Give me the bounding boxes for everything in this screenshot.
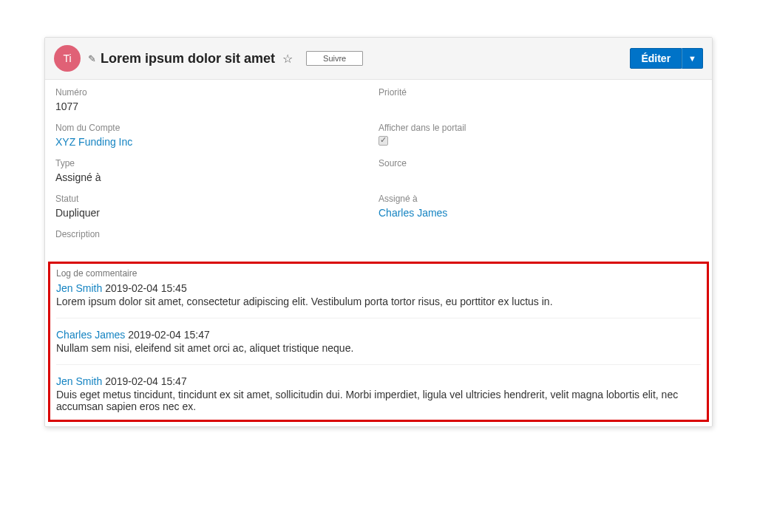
comment-timestamp: 2019-02-04 15:47 <box>105 375 187 387</box>
edit-title-icon[interactable]: ✎ <box>88 53 96 64</box>
comment-timestamp: 2019-02-04 15:45 <box>105 282 187 294</box>
account-link[interactable]: XYZ Funding Inc <box>55 136 378 148</box>
assigned-user-link[interactable]: Charles James <box>378 207 702 219</box>
field-value-type: Assigné à <box>55 171 378 183</box>
field-label-portal: Afficher dans le portail <box>378 123 702 133</box>
field-label-priorite: Priorité <box>378 87 702 98</box>
field-label-description: Description <box>55 229 378 239</box>
comment-author-link[interactable]: Jen Smith <box>56 375 102 387</box>
field-label-type: Type <box>55 158 378 168</box>
field-label-assigne: Assigné à <box>378 194 702 204</box>
comment-item: Jen Smith 2019-02-04 15:47Duis eget metu… <box>56 374 701 412</box>
field-value-statut: Dupliquer <box>55 207 378 219</box>
record-body: Numéro 1077 Priorité Nom du Compte XYZ F… <box>45 80 712 259</box>
field-value-numero: 1077 <box>55 100 378 112</box>
edit-button-group: Éditer ▼ <box>630 48 703 69</box>
comment-author-link[interactable]: Jen Smith <box>56 282 102 294</box>
comment-item: Charles James 2019-02-04 15:47Nullam sem… <box>56 327 701 365</box>
record-card: Ti ✎ Lorem ipsum dolor sit amet ☆ Suivre… <box>44 37 713 427</box>
portal-checkbox[interactable] <box>378 136 388 146</box>
record-header: Ti ✎ Lorem ipsum dolor sit amet ☆ Suivre… <box>45 38 712 80</box>
field-label-source: Source <box>378 158 702 168</box>
star-icon[interactable]: ☆ <box>282 52 293 66</box>
comment-log-title: Log de commentaire <box>56 268 701 279</box>
comment-text: Duis eget metus tincidunt, tincidunt ex … <box>56 389 701 412</box>
avatar: Ti <box>54 45 81 72</box>
follow-button[interactable]: Suivre <box>306 51 363 66</box>
comment-author-link[interactable]: Charles James <box>56 329 125 341</box>
comment-timestamp: 2019-02-04 15:47 <box>128 329 210 341</box>
comment-item: Jen Smith 2019-02-04 15:45Lorem ipsum do… <box>56 281 701 318</box>
comment-log-panel: Log de commentaire Jen Smith 2019-02-04 … <box>48 262 709 422</box>
comment-text: Lorem ipsum dolor sit amet, consectetur … <box>56 296 701 307</box>
field-label-account: Nom du Compte <box>55 123 378 133</box>
comment-list: Jen Smith 2019-02-04 15:45Lorem ipsum do… <box>56 281 701 412</box>
edit-button[interactable]: Éditer <box>630 48 682 69</box>
caret-down-icon: ▼ <box>688 54 696 63</box>
record-title: Lorem ipsum dolor sit amet <box>101 51 275 66</box>
comment-text: Nullam sem nisi, eleifend sit amet orci … <box>56 342 701 354</box>
field-label-statut: Statut <box>55 194 378 204</box>
field-label-numero: Numéro <box>55 87 378 98</box>
edit-dropdown-button[interactable]: ▼ <box>682 48 703 69</box>
